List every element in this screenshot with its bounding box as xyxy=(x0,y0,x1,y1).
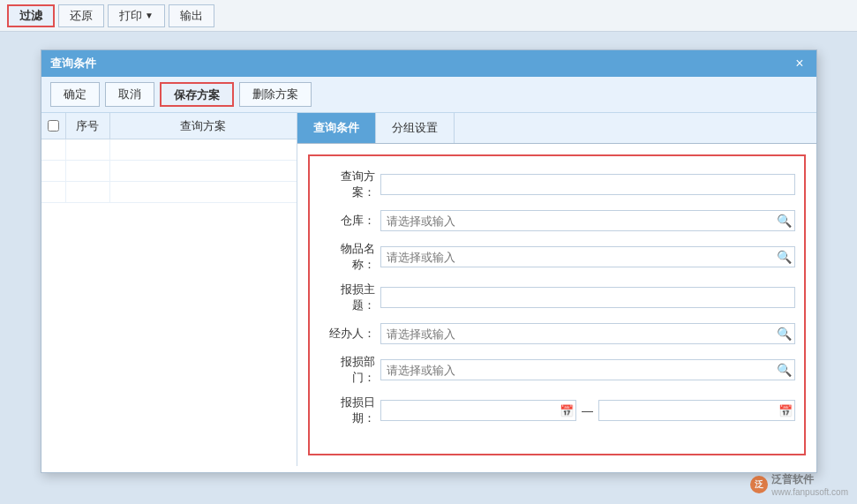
query-form: 查询方案： 仓库： 🔍 物品名称： xyxy=(308,154,806,455)
item-name-input-wrap: 🔍 xyxy=(380,246,795,267)
print-arrow-icon: ▼ xyxy=(145,11,154,20)
department-search-icon[interactable]: 🔍 xyxy=(775,361,793,379)
input-date-from[interactable] xyxy=(380,400,577,421)
toolbar: 过滤 还原 打印 ▼ 输出 xyxy=(0,0,857,32)
input-date-to[interactable] xyxy=(598,400,795,421)
label-date: 报损日期： xyxy=(319,395,380,426)
header-checkbox-col xyxy=(41,113,66,139)
date-from-wrap: 📅 xyxy=(380,400,577,421)
form-row-subject: 报损主题： xyxy=(319,282,795,313)
tabs: 查询条件 分组设置 xyxy=(297,113,816,144)
form-row-warehouse: 仓库： 🔍 xyxy=(319,209,795,232)
label-warehouse: 仓库： xyxy=(319,213,380,229)
export-button[interactable]: 输出 xyxy=(169,4,214,27)
left-panel: 序号 查询方案 xyxy=(41,113,297,466)
calendar-to-icon[interactable]: 📅 xyxy=(778,404,793,417)
input-handler[interactable] xyxy=(380,323,795,344)
dialog-close-button[interactable]: × xyxy=(792,56,807,71)
tab-query-conditions[interactable]: 查询条件 xyxy=(297,113,376,143)
filter-button[interactable]: 过滤 xyxy=(7,4,55,27)
watermark-text: 泛普软件 www.fanpusoft.com xyxy=(771,472,848,497)
form-row-date: 报损日期： 📅 — 📅 xyxy=(319,395,795,426)
input-warehouse[interactable] xyxy=(380,210,795,231)
confirm-button[interactable]: 确定 xyxy=(50,82,100,107)
label-department: 报损部门： xyxy=(319,354,380,386)
input-subject[interactable] xyxy=(380,287,795,308)
input-department[interactable] xyxy=(380,359,795,380)
label-scheme: 查询方案： xyxy=(319,169,380,200)
input-item-name[interactable] xyxy=(380,246,795,267)
scheme-table-header: 序号 查询方案 xyxy=(41,113,297,139)
warehouse-input-wrap: 🔍 xyxy=(380,210,795,231)
print-button[interactable]: 打印 ▼ xyxy=(108,4,165,27)
date-to-wrap: 📅 xyxy=(598,400,795,421)
department-input-wrap: 🔍 xyxy=(380,359,795,380)
calendar-from-icon[interactable]: 📅 xyxy=(560,404,574,417)
delete-scheme-button[interactable]: 删除方案 xyxy=(239,82,312,107)
handler-search-icon[interactable]: 🔍 xyxy=(775,325,793,342)
tab-group-settings[interactable]: 分组设置 xyxy=(376,113,455,143)
save-scheme-button[interactable]: 保存方案 xyxy=(160,82,234,107)
form-row-department: 报损部门： 🔍 xyxy=(319,354,795,386)
dialog: 查询条件 × 确定 取消 保存方案 删除方案 序号 查询方案 xyxy=(41,49,817,473)
dialog-title: 查询条件 xyxy=(50,56,96,71)
dialog-titlebar: 查询条件 × xyxy=(41,50,816,77)
dialog-body: 序号 查询方案 xyxy=(41,113,816,466)
date-range-wrap: 📅 — 📅 xyxy=(380,400,795,421)
watermark-logo-icon: 泛 xyxy=(750,476,768,493)
cancel-button[interactable]: 取消 xyxy=(105,82,154,107)
label-handler: 经办人： xyxy=(319,326,380,342)
label-subject: 报损主题： xyxy=(319,282,380,313)
input-scheme[interactable] xyxy=(380,174,795,195)
dialog-actionbar: 确定 取消 保存方案 删除方案 xyxy=(41,77,816,113)
select-all-checkbox[interactable] xyxy=(48,120,59,132)
form-row-handler: 经办人： 🔍 xyxy=(319,322,795,345)
watermark: 泛 泛普软件 www.fanpusoft.com xyxy=(750,472,848,497)
print-label: 打印 xyxy=(119,8,142,24)
label-item-name: 物品名称： xyxy=(319,241,380,273)
scheme-rows xyxy=(41,139,297,466)
form-row-scheme: 查询方案： xyxy=(319,169,795,200)
form-row-item-name: 物品名称： 🔍 xyxy=(319,241,795,273)
date-separator: — xyxy=(578,404,597,417)
header-name-col: 查询方案 xyxy=(110,118,297,134)
restore-button[interactable]: 还原 xyxy=(58,4,104,27)
item-name-search-icon[interactable]: 🔍 xyxy=(775,248,793,266)
warehouse-search-icon[interactable]: 🔍 xyxy=(775,212,793,229)
handler-input-wrap: 🔍 xyxy=(380,323,795,344)
header-num-col: 序号 xyxy=(66,113,110,139)
right-panel: 查询条件 分组设置 查询方案： 仓库： 🔍 xyxy=(297,113,816,466)
dialog-overlay: 查询条件 × 确定 取消 保存方案 删除方案 序号 查询方案 xyxy=(0,32,857,504)
